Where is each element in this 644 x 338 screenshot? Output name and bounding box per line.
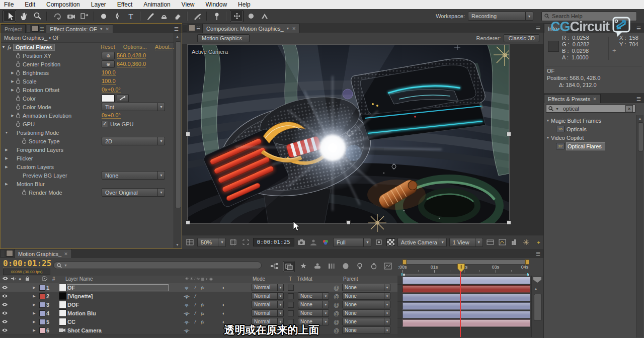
property-dropdown[interactable]: 2D▼ [102, 137, 165, 145]
trkmat-column-label[interactable]: TrkMat [297, 276, 312, 282]
menu-animation[interactable]: Animation [143, 1, 170, 8]
expand-icon[interactable]: ▶ [4, 148, 9, 152]
layer-expand-icon[interactable]: ▶ [30, 311, 38, 315]
effect-link-reset[interactable]: Reset [101, 44, 115, 50]
stopwatch-icon[interactable] [22, 190, 27, 196]
clear-search-icon[interactable]: ✕ [625, 105, 633, 112]
label-column-icon[interactable] [42, 276, 48, 281]
target-region-button[interactable] [374, 238, 383, 246]
solo-column-icon[interactable]: ● [19, 276, 21, 282]
parent-pickwhip-icon[interactable]: @ [334, 310, 339, 316]
comp-image-area[interactable]: Active Camera [187, 44, 510, 224]
layer-label-swatch[interactable] [38, 302, 46, 308]
layer-row-vignette[interactable]: ▶2[Vignette]-φ-/Normal▼None▼@None▼ [0, 292, 397, 301]
type-tool[interactable]: T [124, 11, 137, 22]
expand-icon[interactable]: ▶ [10, 88, 15, 92]
blend-mode-dropdown[interactable]: Normal▼ [252, 301, 284, 308]
shy-switch[interactable]: -φ- [184, 294, 190, 299]
3d-view-dropdown[interactable]: Active Camera▼ [397, 238, 447, 247]
effect-header-row[interactable]: ▼fxOptical FlaresResetOptions...About... [1, 43, 174, 51]
layer-handle[interactable] [507, 132, 511, 136]
close-icon[interactable]: ✕ [106, 27, 110, 32]
fast-preview-button[interactable] [498, 238, 507, 246]
renderer-button[interactable]: Classic 3D [504, 34, 539, 42]
trkmat-dropdown[interactable]: None▼ [298, 301, 329, 308]
layer-handle[interactable] [507, 220, 511, 225]
roto-brush-tool[interactable] [191, 11, 203, 22]
property-dropdown[interactable]: Over Original▼ [102, 188, 165, 197]
menu-file[interactable]: File [4, 1, 14, 8]
layer-expand-icon[interactable]: ▶ [30, 286, 38, 290]
parent-dropdown[interactable]: None▼ [342, 292, 390, 300]
resolution-dropdown[interactable]: Full▼ [333, 238, 371, 247]
composition-mini-flowchart-button[interactable] [269, 261, 280, 271]
layer-label-swatch[interactable] [38, 310, 46, 316]
blend-mode-dropdown[interactable]: Normal▼ [252, 292, 284, 300]
position-crosshair-button[interactable]: ⊕ [102, 60, 115, 68]
panel-menu-icon[interactable]: ☰ [636, 96, 641, 102]
take-snapshot-button[interactable] [297, 238, 306, 246]
close-icon[interactable]: ✕ [593, 97, 597, 102]
region-of-interest-button[interactable] [240, 238, 250, 246]
property-value[interactable]: 640.0,360.0 [117, 61, 146, 67]
preserve-transparency-column-label[interactable]: T [289, 276, 292, 282]
property-value[interactable]: 100.0 [102, 78, 116, 84]
tab-composition[interactable]: Composition: Motion Graphics_▼✕ [202, 24, 300, 33]
shape-tool[interactable] [97, 11, 110, 22]
preserve-transparency-toggle[interactable] [288, 302, 294, 308]
layer-duration-bar[interactable] [403, 302, 530, 310]
layer-duration-bar[interactable] [403, 294, 530, 301]
lock-column-icon[interactable] [25, 276, 30, 281]
world-axis-button[interactable] [245, 11, 257, 22]
layer-label-swatch[interactable] [38, 285, 46, 291]
reset-exposure-button[interactable] [522, 238, 531, 246]
layer-visibility-toggle[interactable] [0, 294, 9, 298]
layer-expand-icon[interactable]: ▶ [30, 294, 38, 298]
comp-timecode[interactable]: 0:00:01:25 [253, 238, 294, 246]
layer-visibility-toggle[interactable] [0, 311, 9, 315]
stopwatch-icon[interactable] [16, 104, 21, 110]
stopwatch-icon[interactable] [16, 113, 21, 119]
blend-mode-dropdown[interactable]: Normal▼ [252, 309, 284, 317]
stopwatch-icon[interactable] [16, 78, 21, 84]
eyedropper-icon[interactable] [117, 95, 129, 102]
view-layout-dropdown[interactable]: 1 View▼ [449, 238, 483, 247]
layer-visibility-toggle[interactable] [0, 285, 9, 290]
fx-switch[interactable]: fx [201, 302, 204, 307]
composition-viewport[interactable]: Active Camera [182, 44, 543, 257]
ep-item-optical-flares[interactable]: 32Optical Flares [545, 142, 637, 150]
parent-pickwhip-icon[interactable]: @ [334, 285, 339, 291]
layer-duration-bar[interactable] [403, 311, 530, 318]
scroll-down-icon[interactable]: ▼ [174, 241, 181, 248]
layer-visibility-toggle[interactable] [0, 302, 9, 307]
menu-help[interactable]: Help [238, 1, 251, 8]
comp-breadcrumb-button[interactable]: Motion Graphics_ [197, 34, 250, 42]
panel-menu-icon[interactable]: ☰ [174, 26, 179, 32]
panel-menu-icon[interactable]: ☰ [536, 26, 541, 31]
video-column-icon[interactable] [2, 276, 9, 281]
layer-name[interactable]: DOF [67, 302, 168, 308]
layer-row-dof[interactable]: ▶3DOF-φ-/fx◐Normal▼None▼@None▼ [0, 300, 397, 309]
auto-keyframe-button[interactable] [368, 261, 379, 271]
panel-menu-icon[interactable]: ☰ [536, 251, 541, 257]
adjustment-layer-switch[interactable]: ◐ [222, 285, 225, 290]
layer-name[interactable]: [Vignette] [67, 293, 168, 299]
scroll-up-icon[interactable]: ▲ [534, 287, 538, 291]
comp-marker-button[interactable] [533, 277, 541, 283]
property-dropdown[interactable]: None▼ [102, 171, 165, 180]
panel-menu-icon[interactable]: ☰ [636, 26, 641, 31]
motion-blur-button[interactable] [326, 261, 337, 271]
menu-composition[interactable]: Composition [46, 1, 80, 8]
timeline-search-input[interactable]: ▼ [53, 262, 262, 269]
view-axis-button[interactable] [258, 11, 271, 22]
effect-link-about[interactable]: About... [155, 44, 174, 50]
expand-icon[interactable]: ▶ [10, 114, 15, 118]
expand-icon[interactable]: ▼ [4, 131, 9, 134]
trkmat-dropdown[interactable]: None▼ [298, 309, 329, 317]
zoom-tool[interactable] [31, 11, 43, 22]
show-channel-button[interactable] [321, 238, 331, 246]
pen-tool[interactable] [111, 11, 123, 22]
effects-presets-scrollbar[interactable]: ▲ [636, 115, 643, 337]
eraser-tool[interactable] [171, 11, 184, 22]
expand-icon[interactable]: ▶ [4, 156, 9, 160]
